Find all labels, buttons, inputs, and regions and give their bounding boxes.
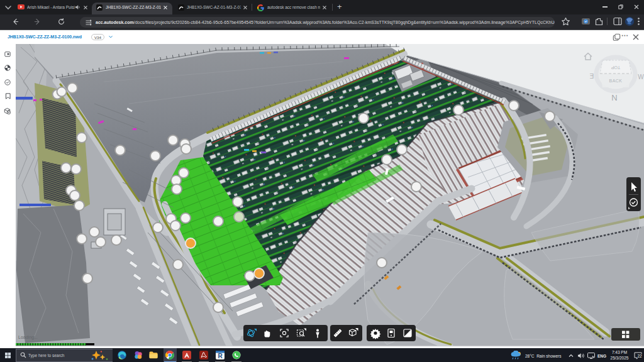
svg-text:E: E [589,72,594,79]
svg-text:R: R [218,353,223,359]
svg-text:N: N [611,93,617,102]
svg-text:BACK: BACK [609,79,622,83]
svg-text:W: W [638,74,644,80]
svg-text:22: 22 [637,354,642,358]
svg-text:Loading...: Loading... [18,335,38,340]
svg-text:TOP: TOP [611,65,621,70]
